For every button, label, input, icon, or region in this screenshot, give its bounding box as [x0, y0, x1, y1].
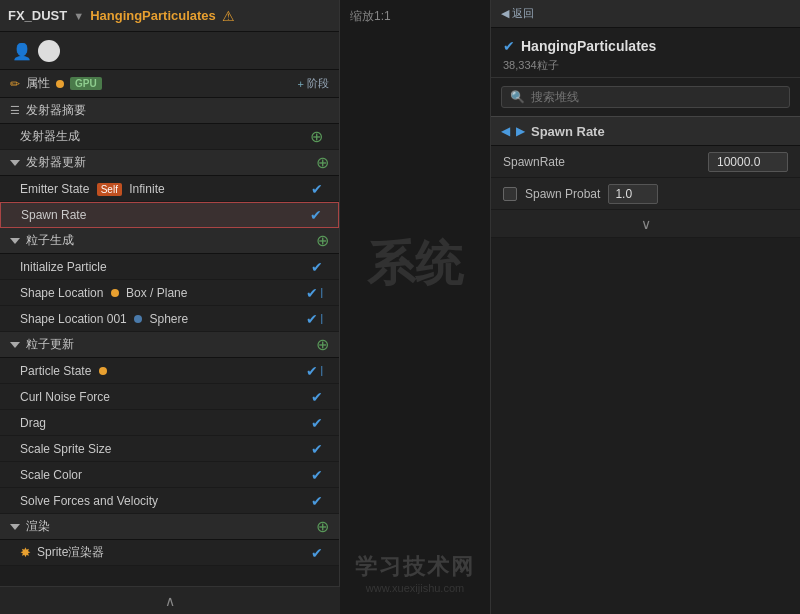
generate-plus-icon: ⊕: [310, 129, 323, 145]
emitter-update-label: 发射器更新: [26, 154, 86, 171]
initialize-check: ✔: [311, 259, 323, 275]
back-button[interactable]: ◀ 返回: [501, 6, 534, 21]
solve-forces-check: ✔: [311, 493, 323, 509]
watermark-text2: www.xuexijishu.com: [366, 582, 464, 594]
attr-label: 属性: [26, 75, 50, 92]
initialize-label: Initialize Particle: [20, 260, 311, 274]
solve-forces-row[interactable]: Solve Forces and Velocity ✔: [0, 488, 339, 514]
scale-sprite-check: ✔: [311, 441, 323, 457]
spawn-rate-section-header[interactable]: ◀ ▶ Spawn Rate: [491, 116, 800, 146]
particle-gen-triangle: [10, 238, 20, 244]
back-arrow-icon: ◀: [501, 7, 509, 20]
solve-forces-label: Solve Forces and Velocity: [20, 494, 311, 508]
star-icon: ✸: [20, 545, 31, 560]
spawn-rate-row[interactable]: Spawn Rate ✔: [0, 202, 339, 228]
add-stage-button[interactable]: + 阶段: [298, 76, 329, 91]
shape-location-001-row[interactable]: Shape Location 001 Sphere ✔ |: [0, 306, 339, 332]
search-input[interactable]: [531, 90, 781, 104]
curl-noise-row[interactable]: Curl Noise Force ✔: [0, 384, 339, 410]
shape-location-check: ✔: [306, 285, 318, 301]
blue-dot: [134, 315, 142, 323]
zoom-label: 缩放1:1: [350, 8, 391, 25]
render-triangle: [10, 524, 20, 530]
emitter-generate-row[interactable]: 发射器生成 ⊕: [0, 124, 339, 150]
right-panel: ◀ 返回 ✔ HangingParticulates 38,334粒子 🔍 ◀ …: [490, 0, 800, 614]
sprite-renderer-label: Sprite渲染器: [37, 544, 311, 561]
right-title-bar: ✔ HangingParticulates 38,334粒子: [491, 28, 800, 78]
chevron-down-row[interactable]: ∨: [491, 210, 800, 238]
gpu-badge: GPU: [70, 77, 102, 90]
up-arrow-icon: ∧: [165, 593, 175, 609]
spawn-prob-label: Spawn Probat: [525, 187, 600, 201]
shape-001-check: ✔: [306, 311, 318, 327]
render-header[interactable]: 渲染 ⊕: [0, 514, 339, 540]
search-icon: 🔍: [510, 90, 525, 104]
emitter-summary-header[interactable]: ☰ 发射器摘要: [0, 98, 339, 124]
drag-check: ✔: [311, 415, 323, 431]
spawn-prob-checkbox[interactable]: [503, 187, 517, 201]
scale-sprite-row[interactable]: Scale Sprite Size ✔: [0, 436, 339, 462]
particle-state-row[interactable]: Particle State ✔ |: [0, 358, 339, 384]
emitter-state-label: Emitter State Self Infinite: [20, 182, 311, 196]
spawn-rate-input[interactable]: 10000.0: [708, 152, 788, 172]
particle-update-triangle: [10, 342, 20, 348]
pencil-icon: ✏: [10, 77, 20, 91]
particle-state-label: Particle State: [20, 364, 306, 378]
app-name: FX_DUST: [8, 8, 67, 23]
drag-label: Drag: [20, 416, 311, 430]
particle-gen-plus: ⊕: [316, 233, 329, 249]
spawn-prob-row: Spawn Probat 1.0: [491, 178, 800, 210]
avatar: [38, 40, 60, 62]
scale-sprite-label: Scale Sprite Size: [20, 442, 311, 456]
bottom-arrow-row[interactable]: ∧: [0, 586, 340, 614]
sprite-renderer-row[interactable]: ✸ Sprite渲染器 ✔: [0, 540, 339, 566]
spawn-rate-icon: ▶: [516, 124, 525, 138]
back-label: 返回: [512, 6, 534, 21]
right-title-text: HangingParticulates: [521, 38, 656, 54]
plus-icon: +: [298, 78, 304, 90]
particle-update-plus: ⊕: [316, 337, 329, 353]
initialize-particle-row[interactable]: Initialize Particle ✔: [0, 254, 339, 280]
watermark-chinese-big: 系统: [367, 232, 463, 296]
particle-count: 38,334粒子: [503, 58, 788, 73]
emitter-update-plus: ⊕: [316, 155, 329, 171]
shape-001-bar: |: [320, 313, 323, 324]
search-bar[interactable]: 🔍: [501, 86, 790, 108]
emitter-update-header[interactable]: 发射器更新 ⊕: [0, 150, 339, 176]
shape-location-row[interactable]: Shape Location Box / Plane ✔ |: [0, 280, 339, 306]
chevron-down-icon: ∨: [641, 216, 651, 232]
shape-location-bar: |: [320, 287, 323, 298]
right-header: ◀ 返回: [491, 0, 800, 28]
emitter-state-check: ✔: [311, 181, 323, 197]
spawn-rate-label: Spawn Rate: [21, 208, 310, 222]
sprite-check: ✔: [311, 545, 323, 561]
shape-location-001-label: Shape Location 001 Sphere: [20, 312, 306, 326]
particle-generate-label: 粒子生成: [26, 232, 74, 249]
particle-update-header[interactable]: 粒子更新 ⊕: [0, 332, 339, 358]
property-bar: ✏ 属性 GPU + 阶段: [0, 70, 339, 98]
title-check-icon: ✔: [503, 38, 515, 54]
curl-noise-label: Curl Noise Force: [20, 390, 311, 404]
emitter-state-row[interactable]: Emitter State Self Infinite ✔: [0, 176, 339, 202]
drag-row[interactable]: Drag ✔: [0, 410, 339, 436]
scale-color-row[interactable]: Scale Color ✔: [0, 462, 339, 488]
particle-state-bar: |: [320, 365, 323, 376]
emitter-summary-label: 发射器摘要: [26, 102, 86, 119]
emitter-title: HangingParticulates: [90, 8, 216, 23]
self-badge: Self: [97, 183, 122, 196]
spawn-prob-input[interactable]: 1.0: [608, 184, 658, 204]
render-label: 渲染: [26, 518, 50, 535]
triangle-down-icon: [10, 160, 20, 166]
emitter-generate-label: 发射器生成: [20, 128, 310, 145]
curl-noise-check: ✔: [311, 389, 323, 405]
person-icon: 👤: [12, 42, 30, 60]
particle-generate-header[interactable]: 粒子生成 ⊕: [0, 228, 339, 254]
spawn-rate-field-label: SpawnRate: [503, 155, 700, 169]
avatar-row: 👤: [0, 32, 339, 70]
right-title: ✔ HangingParticulates: [503, 38, 788, 54]
watermark-area: 系统 学习技术网 www.xuexijishu.com: [340, 32, 490, 614]
left-panel: FX_DUST ▼ HangingParticulates ⚠ 👤 ✏ 属性 G…: [0, 0, 340, 614]
warning-icon: ⚠: [222, 8, 235, 24]
render-plus: ⊕: [316, 519, 329, 535]
spawn-rate-title: Spawn Rate: [531, 124, 605, 139]
